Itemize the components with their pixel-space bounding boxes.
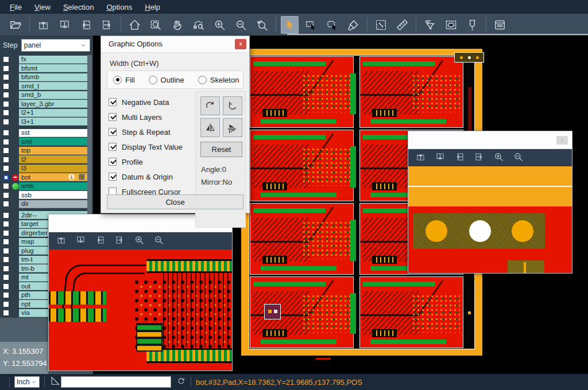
popup-pan-up-button[interactable] [415, 151, 426, 165]
zoom-source-box-top-right[interactable] [455, 53, 483, 62]
toolbar-zoom-previous-button[interactable] [253, 16, 271, 34]
toolbar-select-cursor-button[interactable] [281, 16, 299, 34]
popup-title-bar[interactable]: x [408, 131, 572, 149]
layer-checkbox[interactable] [0, 157, 11, 163]
popup-pan-right-button[interactable] [474, 151, 485, 165]
toolbar-pan-left-button[interactable] [77, 16, 95, 34]
unit-select[interactable]: Inch [14, 376, 40, 388]
layer-row-sst[interactable]: sst [0, 128, 93, 138]
layer-checkbox[interactable] [0, 221, 11, 227]
toolbar-zoom-window-button[interactable] [147, 16, 165, 34]
layer-checkbox[interactable] [0, 256, 11, 263]
layer-checkbox[interactable] [0, 292, 11, 298]
layer-row-dir[interactable]: dir [0, 200, 93, 209]
popup-pan-up-button[interactable] [56, 235, 67, 248]
layer-row-bfsmt[interactable]: bfsmt [0, 64, 93, 73]
zoom-source-box-bottom[interactable] [265, 305, 280, 319]
toolbar-report-list-button[interactable] [491, 16, 509, 34]
flip-h-button[interactable] [200, 118, 220, 137]
popup-pan-right-button[interactable] [114, 235, 125, 248]
popup-pan-down-button[interactable] [75, 235, 86, 248]
toolbar-open-folder-button[interactable] [7, 16, 25, 34]
pcb-cell[interactable] [360, 277, 463, 348]
toolbar-pan-right-button[interactable] [98, 16, 116, 34]
zoom-popup-left[interactable]: x [48, 214, 233, 371]
layer-checkbox[interactable] [0, 248, 11, 254]
layer-checkbox[interactable] [0, 74, 11, 80]
layer-checkbox[interactable] [0, 110, 11, 116]
checkbox-profile[interactable]: Profile [109, 154, 183, 169]
layer-row-smt[interactable]: smt [0, 138, 93, 147]
layer-checkbox[interactable] [0, 283, 11, 290]
radio-fill[interactable]: Fill [113, 76, 135, 84]
layer-name[interactable]: bfsmt [19, 64, 87, 72]
pcb-cell[interactable] [250, 204, 353, 274]
popup-pan-left-button[interactable] [454, 151, 465, 165]
layer-name[interactable]: top [19, 147, 87, 155]
layer-row-bot[interactable]: bot1 [0, 173, 93, 182]
layer-name[interactable]: l2+1 [19, 109, 87, 117]
layer-row-l3[interactable]: l3 [0, 164, 93, 173]
layer-checkbox[interactable] [0, 130, 11, 136]
rotate-cw-button[interactable] [200, 96, 220, 115]
layer-checkbox[interactable] [0, 147, 11, 154]
popup-zoom-in-button[interactable] [493, 151, 504, 165]
layer-row-l2+1[interactable]: l2+1 [0, 108, 93, 118]
layer-checkbox[interactable] [0, 201, 11, 207]
toolbar-select-group-button[interactable] [323, 16, 341, 34]
layer-checkbox[interactable] [0, 274, 11, 280]
toolbar-home-view-button[interactable] [126, 16, 144, 34]
pcb-cell[interactable] [250, 57, 353, 127]
dialog-title-bar[interactable]: Graphic Options x [101, 36, 249, 53]
toolbar-pan-down-button[interactable] [56, 16, 74, 34]
layer-row-l2[interactable]: l2 [0, 155, 93, 165]
layer-name[interactable]: smd_t [19, 82, 87, 90]
menu-item-help[interactable]: Help [140, 2, 165, 13]
layer-checkbox[interactable] [0, 174, 11, 181]
menu-item-options[interactable]: Options [101, 2, 137, 13]
layer-row-top[interactable]: top [0, 146, 93, 155]
layer-checkbox[interactable] [0, 212, 11, 219]
close-button[interactable]: Close [107, 194, 243, 209]
toolbar-filter-button[interactable] [421, 16, 439, 34]
layer-checkbox[interactable] [0, 183, 11, 189]
layer-name[interactable]: bfsmb [19, 73, 87, 81]
checkbox-multi-layers[interactable]: Multi Layers [109, 110, 183, 124]
popup-pan-left-button[interactable] [95, 235, 106, 248]
angle-measure-icon[interactable] [49, 375, 61, 389]
flip-v-button[interactable] [223, 118, 242, 137]
layer-name[interactable]: l2 [19, 155, 87, 163]
toolbar-measure-distance-button[interactable] [372, 16, 390, 34]
toolbar-select-rect-button[interactable] [302, 16, 320, 34]
toolbar-clear-brush-button[interactable] [345, 16, 362, 34]
menu-item-view[interactable]: View [29, 2, 56, 13]
layer-checkbox[interactable] [0, 101, 11, 107]
radio-skeleton[interactable]: Skeleton [198, 76, 239, 84]
layer-name[interactable]: smt [19, 138, 87, 146]
menu-item-selection[interactable]: Selection [58, 2, 99, 13]
layer-row-smd_b[interactable]: smd_b [0, 91, 93, 100]
toolbar-zoom-in-button[interactable] [211, 16, 229, 34]
layer-checkbox[interactable] [0, 56, 11, 63]
popup-minimize-button[interactable]: x [556, 136, 568, 145]
toolbar-pan-up-button[interactable] [34, 16, 52, 34]
layer-checkbox[interactable] [0, 83, 11, 89]
toolbar-measure-ruler-button[interactable] [393, 16, 411, 34]
layer-row-fx[interactable]: fx [0, 55, 93, 64]
layer-checkbox[interactable] [0, 301, 11, 307]
toolbar-zoom-polygon-button[interactable] [189, 16, 207, 34]
layer-name[interactable]: sst [19, 129, 87, 137]
layer-checkbox[interactable] [0, 139, 11, 145]
layer-checkbox[interactable] [0, 310, 11, 316]
layer-name[interactable]: l3 [19, 165, 87, 173]
toolbar-snap-magnet-button[interactable] [463, 16, 481, 34]
layer-row-bfsmb[interactable]: bfsmb [0, 73, 93, 82]
zoom-popup-right[interactable]: x [408, 131, 572, 274]
dialog-close-icon[interactable]: x [235, 39, 246, 49]
menu-item-file[interactable]: File [5, 2, 27, 13]
layer-checkbox[interactable] [0, 266, 11, 272]
layer-row-smd_t[interactable]: smd_t [0, 82, 93, 91]
layer-name[interactable]: l3+1 [19, 118, 87, 126]
layer-name[interactable]: dir [19, 200, 87, 208]
step-select[interactable]: panel [21, 39, 90, 52]
